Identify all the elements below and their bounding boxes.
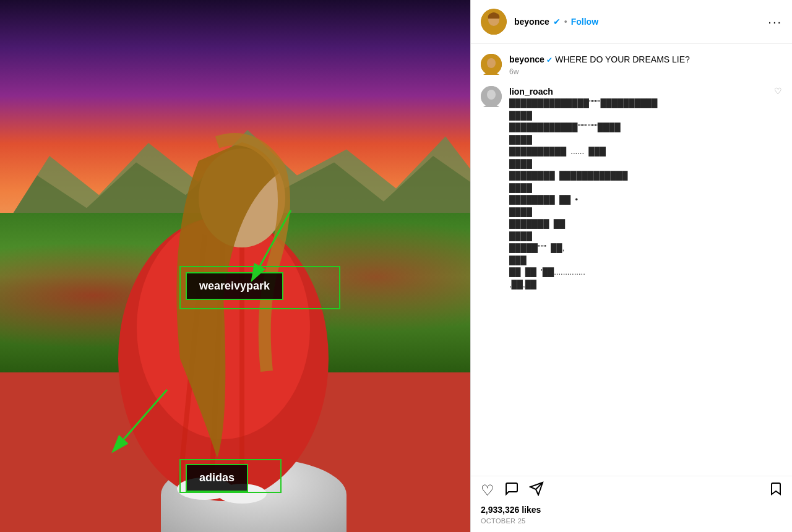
header-dot: •	[564, 17, 567, 27]
follow-button[interactable]: Follow	[571, 17, 598, 27]
bookmark-icon	[768, 481, 782, 496]
bookmark-button[interactable]	[768, 481, 782, 500]
post-image-panel: weareivypark adidas	[0, 0, 470, 532]
comment-row: lion_roach ██████████████""""██████████ …	[481, 86, 782, 290]
like-button[interactable]: ♡	[481, 482, 494, 499]
comment-heart-icon[interactable]: ♡	[774, 86, 782, 96]
caption-content: beyonce✔ WHERE DO YOUR DREAMS LIE? 6w	[509, 54, 782, 76]
comment-icon	[504, 481, 519, 496]
svg-point-19	[487, 90, 496, 100]
post-caption-row: beyonce✔ WHERE DO YOUR DREAMS LIE? 6w	[481, 54, 782, 76]
adidas-label: adidas	[186, 464, 248, 492]
share-button[interactable]	[529, 481, 544, 500]
comment-button[interactable]	[504, 481, 519, 500]
header-verified-icon: ✔	[553, 17, 561, 27]
comment-avatar[interactable]	[481, 86, 502, 107]
svg-line-13	[124, 390, 167, 439]
avatar-image	[481, 9, 507, 35]
caption-avatar[interactable]	[481, 54, 502, 75]
actions-bar: ♡ 2,933,326 likes OCTOBER 25	[471, 476, 792, 532]
comment-content: lion_roach ██████████████""""██████████ …	[509, 86, 767, 290]
more-options-button[interactable]: ···	[768, 15, 782, 29]
caption-text: WHERE DO YOUR DREAMS LIE?	[555, 54, 690, 64]
caption-timestamp: 6w	[509, 67, 782, 76]
post-header: beyonce ✔ • Follow ···	[471, 0, 792, 44]
poster-avatar[interactable]	[481, 9, 507, 35]
svg-line-11	[260, 210, 291, 266]
caption-username[interactable]: beyonce	[509, 54, 544, 64]
svg-point-17	[487, 58, 496, 68]
share-icon	[529, 481, 544, 496]
comment-username[interactable]: lion_roach	[509, 87, 553, 97]
upper-arrow	[241, 204, 322, 285]
comment-text: ██████████████""""██████████ ████ ██████…	[509, 97, 767, 290]
lower-arrow	[105, 384, 198, 458]
comments-section[interactable]: beyonce✔ WHERE DO YOUR DREAMS LIE? 6w li…	[471, 44, 792, 476]
caption-verified-icon: ✔	[546, 56, 553, 64]
post-detail-panel: beyonce ✔ • Follow ··· beyonce✔ WHERE DO…	[470, 0, 792, 532]
post-date: OCTOBER 25	[481, 517, 782, 525]
action-icons-row: ♡	[481, 481, 782, 500]
likes-count: 2,933,326 likes	[481, 505, 782, 515]
header-username[interactable]: beyonce	[514, 17, 549, 27]
header-user-info: beyonce ✔ • Follow	[514, 17, 768, 27]
